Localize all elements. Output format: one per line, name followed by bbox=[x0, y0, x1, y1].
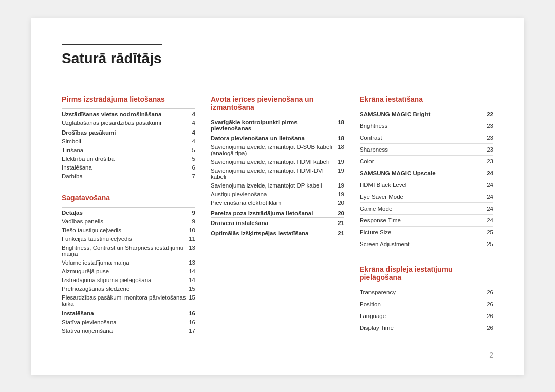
table-row: Vadības panelis 9 bbox=[62, 217, 195, 226]
toc-label: Color bbox=[360, 155, 483, 167]
toc-page: 4 bbox=[188, 137, 195, 146]
table-row: Position 26 bbox=[360, 298, 493, 310]
toc-page: 21 bbox=[335, 228, 344, 237]
toc-label: Draivera instalēšana bbox=[211, 218, 335, 228]
toc-label: Simboli bbox=[62, 137, 188, 146]
section-ekrana-iest: Ekrāna iestatīšana SAMSUNG MAGIC Bright … bbox=[360, 95, 493, 250]
table-row: Pievienošana elektrotīklam 20 bbox=[211, 199, 344, 208]
toc-label: Position bbox=[360, 298, 473, 310]
table-row: Brightness, Contrast un Sharpness iestat… bbox=[62, 243, 195, 258]
table-row: Eye Saver Mode 24 bbox=[360, 191, 493, 202]
toc-label: Izstrādājuma slīpuma pielāgošana bbox=[62, 275, 186, 284]
toc-label: Eye Saver Mode bbox=[360, 191, 483, 202]
table-row: Savienojuma izveide, izmantojot HDMI-DVI… bbox=[211, 166, 344, 181]
toc-page: 24 bbox=[483, 202, 493, 214]
toc-label: Datora pievienošana un lietošana bbox=[211, 133, 335, 143]
toc-label: Response Time bbox=[360, 214, 483, 226]
table-row: SAMSUNG MAGIC Upscale 24 bbox=[360, 167, 493, 179]
toc-label: Game Mode bbox=[360, 202, 483, 214]
toc-label: Pareiza poza izstrādājuma lietošanai bbox=[211, 208, 335, 218]
toc-page: 26 bbox=[473, 322, 493, 333]
toc-label: Pretnozagšanas slēdzene bbox=[62, 284, 186, 293]
table-row: Simboli 4 bbox=[62, 137, 195, 146]
table-row: HDMI Black Level 24 bbox=[360, 179, 493, 191]
toc-page: 18 bbox=[335, 143, 344, 158]
table-row: Pretnozagšanas slēdzene 15 bbox=[62, 284, 195, 293]
toc-page: 4 bbox=[188, 127, 195, 137]
toc-label: Contrast bbox=[360, 132, 483, 143]
table-row: Aizmugurējā puse 14 bbox=[62, 267, 195, 275]
main-columns: Pirms izstrādājuma lietošanas Uzstādīšan… bbox=[62, 82, 493, 349]
left-column: Pirms izstrādājuma lietošanas Uzstādīšan… bbox=[62, 82, 195, 349]
toc-label: Display Time bbox=[360, 322, 473, 333]
toc-page: 26 bbox=[473, 298, 493, 310]
table-row: Contrast 23 bbox=[360, 132, 493, 143]
section-pirms-table: Uzstādīšanas vietas nodrošināšana 4 Uzgl… bbox=[62, 108, 195, 181]
table-row: Optimālās izšķirtspējas iestatīšana 21 bbox=[211, 228, 344, 237]
section-ekrana-disp-title: Ekrāna displeja iestatījumu pielāgošana bbox=[360, 265, 493, 282]
toc-label: SAMSUNG MAGIC Upscale bbox=[360, 167, 483, 179]
section-ekrana-iest-table: SAMSUNG MAGIC Bright 22 Brightness 23 Co… bbox=[360, 108, 493, 250]
table-row: Transparency 26 bbox=[360, 287, 493, 298]
toc-label: SAMSUNG MAGIC Bright bbox=[360, 108, 483, 120]
table-row: Language 26 bbox=[360, 310, 493, 322]
toc-page: 10 bbox=[186, 226, 195, 234]
table-row: Savienojuma izveide, izmantojot HDMI kab… bbox=[211, 158, 344, 166]
toc-page: 19 bbox=[335, 181, 344, 190]
title-bar: Saturā rādītājs bbox=[62, 44, 162, 67]
table-row: Screen Adjustment 25 bbox=[360, 238, 493, 250]
table-row: Draivera instalēšana 21 bbox=[211, 218, 344, 228]
section-pirms-title: Pirms izstrādājuma lietošanas bbox=[62, 95, 195, 103]
page-number: 2 bbox=[489, 351, 493, 359]
toc-page: 7 bbox=[188, 172, 195, 181]
toc-label: Screen Adjustment bbox=[360, 238, 483, 250]
toc-page: 15 bbox=[186, 284, 195, 293]
toc-page: 16 bbox=[186, 308, 195, 318]
toc-label: Darbība bbox=[62, 172, 188, 181]
page-title: Saturā rādītājs bbox=[62, 50, 162, 67]
toc-page: 20 bbox=[335, 208, 344, 218]
toc-page: 17 bbox=[186, 327, 195, 335]
toc-label: Savienojuma izveide, izmantojot D-SUB ka… bbox=[211, 143, 335, 158]
toc-page: 23 bbox=[483, 155, 493, 167]
toc-page: 9 bbox=[186, 207, 195, 217]
toc-page: 24 bbox=[483, 191, 493, 202]
table-row: Datora pievienošana un lietošana 18 bbox=[211, 133, 344, 143]
toc-label: Optimālās izšķirtspējas iestatīšana bbox=[211, 228, 335, 237]
toc-page: 6 bbox=[188, 163, 195, 172]
right-column: Ekrāna iestatīšana SAMSUNG MAGIC Bright … bbox=[360, 82, 493, 349]
toc-page: 23 bbox=[483, 120, 493, 132]
section-ekrana-iest-title: Ekrāna iestatīšana bbox=[360, 95, 493, 103]
toc-label: Picture Size bbox=[360, 226, 483, 238]
table-row: Funkcijas taustiņu ceļvedis 11 bbox=[62, 234, 195, 243]
toc-label: Statīva noņemšana bbox=[62, 327, 186, 335]
table-row: Game Mode 24 bbox=[360, 202, 493, 214]
toc-page: 16 bbox=[186, 318, 195, 327]
toc-page: 19 bbox=[335, 166, 344, 181]
table-row: Uzstādīšanas vietas nodrošināšana 4 bbox=[62, 108, 195, 118]
section-ekrana-disp-table: Transparency 26 Position 26 Language 26 … bbox=[360, 287, 493, 333]
toc-page: 26 bbox=[473, 310, 493, 322]
toc-page: 5 bbox=[188, 146, 195, 155]
toc-page: 18 bbox=[335, 133, 344, 143]
toc-label: Savienojuma izveide, izmantojot DP kabel… bbox=[211, 181, 335, 190]
toc-label: Elektrība un drošība bbox=[62, 155, 188, 163]
toc-page: 22 bbox=[483, 108, 493, 120]
toc-label: Instalēšana bbox=[62, 308, 186, 318]
toc-label: Uzglabāšanas piesardzības pasākumi bbox=[62, 118, 188, 127]
table-row: Tīrīšana 5 bbox=[62, 146, 195, 155]
table-row: Pareiza poza izstrādājuma lietošanai 20 bbox=[211, 208, 344, 218]
toc-page: 18 bbox=[335, 117, 344, 133]
table-row: Response Time 24 bbox=[360, 214, 493, 226]
table-row: SAMSUNG MAGIC Bright 22 bbox=[360, 108, 493, 120]
toc-label: HDMI Black Level bbox=[360, 179, 483, 191]
toc-label: Savienojuma izveide, izmantojot HDMI-DVI… bbox=[211, 166, 335, 181]
section-ekrana-disp: Ekrāna displeja iestatījumu pielāgošana … bbox=[360, 265, 493, 333]
table-row: Picture Size 25 bbox=[360, 226, 493, 238]
toc-label: Piesardzības pasākumi monitora pārvietoš… bbox=[62, 293, 186, 308]
toc-label: Instalēšana bbox=[62, 163, 188, 172]
table-row: Detaļas 9 bbox=[62, 207, 195, 217]
table-row: Drošības pasākumi 4 bbox=[62, 127, 195, 137]
section-avota-table: Svarīgākie kontrolpunkti pirms pievienoš… bbox=[211, 117, 344, 238]
table-row: Display Time 26 bbox=[360, 322, 493, 333]
